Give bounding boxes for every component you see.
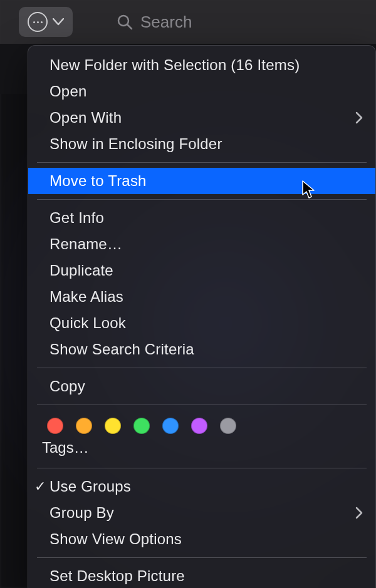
menu-separator <box>37 199 367 200</box>
menu-item-label: Open With <box>50 109 355 126</box>
tag-color-2[interactable] <box>105 418 121 434</box>
menu-item-show-in-enclosing-folder[interactable]: Show in Enclosing Folder <box>28 131 375 157</box>
menu-separator <box>37 368 367 368</box>
menu-item-label: Move to Trash <box>50 172 364 190</box>
menu-item-use-groups[interactable]: ✓ Use Groups <box>28 473 375 500</box>
menu-item-copy[interactable]: Copy <box>28 373 375 400</box>
tag-color-4[interactable] <box>162 418 179 434</box>
menu-item-label: Duplicate <box>50 262 364 279</box>
menu-item-label: Copy <box>50 378 364 395</box>
menu-item-make-alias[interactable]: Make Alias <box>28 284 375 310</box>
menu-item-get-info[interactable]: Get Info <box>28 205 375 231</box>
menu-item-quick-look[interactable]: Quick Look <box>28 310 375 336</box>
tag-color-0[interactable] <box>47 418 63 434</box>
menu-item-show-view-options[interactable]: Show View Options <box>28 526 375 552</box>
menu-item-move-to-trash[interactable]: Move to Trash <box>28 168 375 194</box>
tag-color-row <box>28 410 375 439</box>
menu-item-group-by[interactable]: Group By <box>28 500 375 526</box>
menu-item-label: Group By <box>50 504 355 522</box>
checkmark-icon: ✓ <box>34 478 46 495</box>
menu-item-tags[interactable]: Tags… <box>28 439 375 463</box>
search-icon <box>117 14 133 30</box>
menu-item-duplicate[interactable]: Duplicate <box>28 257 375 284</box>
menu-item-label: Rename… <box>50 235 364 253</box>
tag-color-1[interactable] <box>76 418 92 434</box>
svg-line-1 <box>127 24 132 29</box>
menu-item-label: Open <box>50 83 364 100</box>
menu-item-set-desktop-picture[interactable]: Set Desktop Picture <box>28 563 375 588</box>
chevron-right-icon <box>355 507 363 519</box>
menu-item-label: Get Info <box>50 209 364 227</box>
menu-item-show-search-criteria[interactable]: Show Search Criteria <box>28 336 375 363</box>
menu-item-rename[interactable]: Rename… <box>28 231 375 257</box>
context-menu: New Folder with Selection (16 Items) Ope… <box>28 45 376 588</box>
menu-item-label: Tags… <box>42 439 89 456</box>
chevron-right-icon <box>355 111 363 124</box>
toolbar: Search <box>0 0 376 44</box>
menu-item-open[interactable]: Open <box>28 78 375 105</box>
menu-item-label: Quick Look <box>50 314 364 332</box>
menu-item-label: Make Alias <box>50 288 364 306</box>
menu-item-open-with[interactable]: Open With <box>28 105 375 131</box>
menu-separator <box>37 557 367 558</box>
menu-separator <box>37 162 367 163</box>
menu-item-label: Show Search Criteria <box>50 341 364 358</box>
more-icon <box>28 12 48 32</box>
menu-separator <box>37 468 367 468</box>
menu-item-label: Show View Options <box>50 530 364 548</box>
more-actions-button[interactable] <box>19 7 73 37</box>
menu-item-new-folder-selection[interactable]: New Folder with Selection (16 Items) <box>28 52 375 78</box>
chevron-down-icon <box>53 18 64 26</box>
tag-color-3[interactable] <box>133 418 150 434</box>
search-placeholder: Search <box>140 13 192 32</box>
tag-color-5[interactable] <box>191 418 207 434</box>
menu-item-label: Show in Enclosing Folder <box>50 135 364 153</box>
search-field[interactable]: Search <box>117 13 192 32</box>
tag-color-6[interactable] <box>220 418 236 434</box>
menu-separator <box>37 405 367 405</box>
menu-item-label: New Folder with Selection (16 Items) <box>50 56 364 74</box>
menu-item-label: Use Groups <box>50 478 364 495</box>
menu-item-label: Set Desktop Picture <box>50 567 364 585</box>
